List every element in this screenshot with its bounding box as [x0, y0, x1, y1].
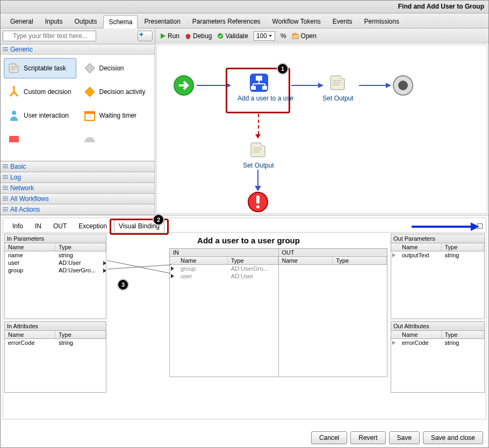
table-row[interactable]: groupAD:UserGro... — [5, 266, 106, 274]
flow-arrow — [291, 85, 318, 86]
tool-partial-1[interactable] — [4, 129, 76, 149]
revert-button[interactable]: Revert — [350, 431, 385, 444]
col-type[interactable]: Type — [442, 331, 485, 338]
col-name[interactable]: Name — [399, 331, 442, 338]
validate-label: Validate — [225, 32, 248, 40]
lower-panel: Info IN OUT Exception Visual Binding 2 I… — [1, 215, 488, 422]
zoom-select[interactable]: 100 — [254, 31, 275, 41]
open-button[interactable]: Open — [292, 32, 317, 40]
col-name[interactable]: Name — [5, 331, 55, 338]
arrow-head-icon — [255, 186, 261, 191]
table-row[interactable]: userAD:User — [170, 272, 278, 280]
category-label: Generic — [10, 46, 33, 53]
flow-arrow — [359, 85, 386, 86]
category-all-actions[interactable]: All Actions — [1, 204, 155, 215]
connector-icon — [103, 261, 106, 265]
tab-outputs[interactable]: Outputs — [69, 15, 102, 28]
pct-label: % — [281, 32, 286, 40]
tool-user-interaction[interactable]: User interaction — [4, 105, 76, 126]
script-icon — [8, 62, 20, 75]
cell: AD:UserGro... — [55, 266, 106, 274]
search-input[interactable] — [3, 31, 96, 41]
tab-presentation[interactable]: Presentation — [139, 15, 185, 28]
category-network[interactable]: Network — [1, 183, 155, 193]
subtab-info[interactable]: Info — [8, 220, 28, 232]
workflow-canvas[interactable]: 1 Add a user to a use Set Output — [156, 45, 487, 214]
tool-decision-activity[interactable]: Decision activity — [80, 82, 152, 102]
tab-permissions[interactable]: Permissions — [359, 15, 405, 28]
partial-icon — [8, 133, 20, 146]
col-type[interactable]: Type — [442, 243, 485, 251]
connector-icon — [103, 269, 106, 273]
script-icon — [327, 72, 349, 93]
table-row[interactable]: namestring — [5, 251, 106, 259]
tool-waiting-timer[interactable]: Waiting timer — [80, 105, 152, 126]
save-close-button[interactable]: Save and close — [423, 431, 483, 444]
subtab-out[interactable]: OUT — [48, 220, 71, 232]
tool-label: Custom decision — [24, 88, 71, 96]
diamond-icon — [83, 62, 96, 75]
col-name[interactable]: Name — [177, 257, 228, 264]
end-node[interactable] — [392, 75, 414, 96]
tab-general[interactable]: General — [5, 15, 39, 28]
category-log[interactable]: Log — [1, 172, 155, 183]
node-label: Set Output — [319, 95, 357, 102]
add-user-node[interactable]: Add a user to a use — [238, 72, 281, 102]
partial-icon — [83, 133, 96, 146]
table-row[interactable]: errorCodestring — [391, 339, 484, 346]
table-row[interactable]: outputTextstring — [391, 251, 484, 259]
col-header: OUT — [279, 249, 387, 257]
tool-partial-2[interactable] — [80, 129, 152, 149]
col-type[interactable]: Type — [228, 257, 278, 264]
tab-param-refs[interactable]: Parameters References — [187, 15, 266, 28]
category-label: Basic — [10, 163, 26, 170]
category-all-workflows[interactable]: All Workflows — [1, 193, 155, 204]
subtab-in[interactable]: IN — [30, 220, 46, 232]
tool-scriptable-task[interactable]: Scriptable task — [4, 58, 76, 78]
cancel-button[interactable]: Cancel — [311, 431, 347, 444]
validate-button[interactable]: Validate — [217, 32, 248, 40]
tab-schema[interactable]: Schema — [103, 15, 138, 28]
panel-title: In Parameters — [5, 234, 106, 243]
tool-decision[interactable]: Decision — [80, 58, 152, 78]
svg-rect-24 — [262, 86, 267, 90]
svg-point-10 — [186, 34, 190, 39]
category-basic[interactable]: Basic — [1, 161, 155, 172]
category-generic[interactable]: Generic — [1, 44, 155, 55]
table-row[interactable]: groupAD:UserGro... — [170, 265, 278, 272]
search-go-button[interactable] — [138, 31, 153, 41]
open-label: Open — [301, 32, 317, 40]
save-button[interactable]: Save — [389, 431, 420, 444]
script-icon — [248, 139, 269, 161]
panel-title: Out Attributes — [391, 322, 484, 331]
tab-events[interactable]: Events — [327, 15, 358, 28]
col-type[interactable]: Type — [333, 257, 387, 264]
tab-inputs[interactable]: Inputs — [40, 15, 68, 28]
callout-2: 2 — [153, 214, 164, 226]
table-row[interactable]: errorCodestring — [5, 339, 106, 346]
col-type[interactable]: Type — [55, 331, 106, 338]
set-output-node-2[interactable]: Set Output — [240, 139, 277, 169]
tool-custom-decision[interactable]: Custom decision — [4, 82, 76, 102]
table-row[interactable]: userAD:User — [5, 259, 106, 266]
col-name[interactable]: Name — [399, 243, 442, 251]
col-type[interactable]: Type — [55, 243, 106, 251]
col-name[interactable]: Name — [279, 257, 333, 264]
subtab-exception[interactable]: Exception — [74, 220, 112, 232]
start-node[interactable] — [173, 75, 195, 96]
set-output-node-1[interactable]: Set Output — [319, 72, 357, 102]
svg-point-26 — [398, 81, 408, 90]
cell: outputText — [399, 251, 442, 259]
cell: string — [55, 251, 106, 259]
debug-button[interactable]: Debug — [185, 32, 212, 40]
run-button[interactable]: Run — [160, 32, 179, 40]
error-end-node[interactable] — [247, 191, 269, 213]
tab-wf-tokens[interactable]: Workflow Tokens — [267, 15, 326, 28]
svg-point-29 — [256, 205, 260, 208]
col-name[interactable]: Name — [5, 243, 55, 251]
tool-grid: Scriptable task Decision Custom decision… — [1, 55, 155, 161]
svg-point-9 — [84, 137, 95, 142]
error-icon — [247, 191, 269, 213]
visual-binding-body: In Parameters NameType namestring userAD… — [3, 233, 486, 394]
svg-rect-18 — [256, 76, 262, 81]
